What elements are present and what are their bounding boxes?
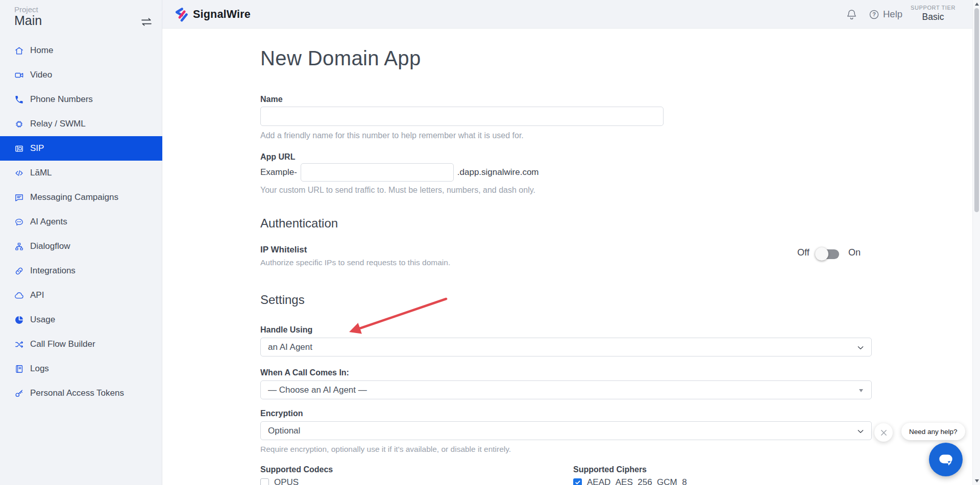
sidebar-nav: HomeVideoPhone NumbersRelay / SWMLSIPLāM… [0, 38, 162, 405]
chevron-down-icon [856, 427, 865, 436]
ip-whitelist-label: IP Whitelist [260, 245, 307, 255]
encryption-helper-text: Require encryption, optionally use it if… [260, 445, 511, 454]
svg-text:?: ? [872, 11, 876, 17]
signalwire-logo-icon [174, 7, 188, 22]
collapse-sidebar-icon[interactable] [140, 15, 153, 29]
app-url-row: Example- .dapp.signalwire.com [260, 163, 539, 182]
chip-icon [14, 119, 24, 129]
brand-name: SignalWire [193, 8, 251, 21]
handle-using-label: Handle Using [260, 325, 312, 335]
sidebar-item-label: Messaging Campaigns [30, 192, 118, 202]
chevron-down-icon [856, 344, 865, 352]
chat-dismiss-button[interactable] [874, 423, 893, 442]
sidebar-item-integrations[interactable]: Integrations [0, 259, 162, 283]
app-url-prefix: Example- [260, 167, 297, 177]
cipher-aead-checkbox[interactable] [573, 478, 582, 485]
sidebar-item-home[interactable]: Home [0, 38, 162, 63]
key-icon [14, 389, 24, 398]
sidebar-item-api[interactable]: API [0, 283, 162, 308]
shuffle-icon [14, 340, 24, 349]
sidebar-item-personal-access-tokens[interactable]: Personal Access Tokens [0, 381, 162, 405]
scroll-down-arrow-icon[interactable] [975, 479, 979, 482]
name-label: Name [260, 95, 283, 104]
notifications-bell-icon[interactable] [845, 8, 858, 21]
sidebar-item-logs[interactable]: Logs [0, 356, 162, 381]
encryption-select-value: Optional [268, 426, 300, 436]
ip-whitelist-toggle[interactable] [816, 249, 839, 259]
link-icon [14, 266, 24, 276]
sidebar: Project Main HomeVideoPhone NumbersRelay… [0, 0, 162, 485]
support-tier-label: SUPPORT TIER [908, 5, 959, 11]
chat-bubble-icon [937, 451, 954, 468]
sidebar-item-phone-numbers[interactable]: Phone Numbers [0, 87, 162, 112]
encryption-select[interactable]: Optional [260, 421, 872, 440]
sidebar-item-label: Integrations [30, 266, 76, 276]
phone-icon [14, 95, 24, 105]
chat-dots-icon [14, 217, 24, 227]
handle-using-select[interactable]: an AI Agent [260, 338, 872, 356]
toggle-knob [815, 247, 828, 261]
sidebar-item-sip[interactable]: SIP [0, 136, 162, 161]
sidebar-item-relay-swml[interactable]: Relay / SWML [0, 112, 162, 136]
sidebar-item-label: AI Agents [30, 217, 67, 227]
sidebar-item-label: SIP [30, 143, 44, 154]
chat-launcher-button[interactable] [929, 443, 963, 476]
sidebar-item-label: Usage [30, 315, 55, 325]
codec-opus-checkbox[interactable] [260, 478, 269, 485]
project-switcher[interactable]: Main [14, 13, 42, 28]
app-url-label: App URL [260, 152, 295, 162]
sidebar-item-label: Logs [30, 364, 49, 374]
scrollbar-thumb[interactable] [974, 8, 979, 212]
sidebar-item-usage[interactable]: Usage [0, 308, 162, 332]
call-comes-in-label: When A Call Comes In: [260, 368, 349, 377]
scroll-up-arrow-icon[interactable] [975, 3, 979, 6]
cipher-aead-row: AEAD_AES_256_GCM_8 [573, 477, 687, 485]
close-icon [880, 429, 888, 437]
sidebar-item-label: Call Flow Builder [30, 339, 95, 349]
cipher-aead-label: AEAD_AES_256_GCM_8 [587, 477, 687, 485]
top-header: SignalWire ? Help SUPPORT TIER Basic [162, 0, 980, 29]
sidebar-item-ai-agents[interactable]: AI Agents [0, 210, 162, 234]
dropdown-arrow-icon [859, 389, 863, 392]
sip-phone-icon [14, 144, 24, 154]
red-annotation-arrow [341, 290, 458, 341]
page-title: New Domain App [260, 47, 421, 70]
ai-agent-select-value: — Choose an AI Agent — [268, 385, 367, 395]
signalwire-dashboard: Project Main HomeVideoPhone NumbersRelay… [0, 0, 980, 485]
sidebar-item-label: Phone Numbers [30, 94, 93, 105]
sidebar-item-label: Dialogflow [30, 241, 70, 251]
toggle-on-label: On [848, 247, 861, 258]
sidebar-item-dialogflow[interactable]: Dialogflow [0, 234, 162, 259]
ai-agent-select[interactable]: — Choose an AI Agent — [260, 380, 872, 399]
chat-prompt-bubble[interactable]: Need any help? [901, 423, 965, 440]
sidebar-item-video[interactable]: Video [0, 63, 162, 87]
codec-opus-label: OPUS [274, 477, 299, 485]
signalwire-logo[interactable]: SignalWire [174, 0, 251, 29]
handle-using-value: an AI Agent [268, 342, 312, 352]
ip-whitelist-helper-text: Authorize specific IPs to send requests … [260, 258, 450, 267]
pie-chart-icon [14, 315, 24, 325]
app-url-helper-text: Your custom URL to send traffic to. Must… [260, 186, 535, 195]
sidebar-item-label: LāML [30, 168, 52, 178]
sidebar-item-label: API [30, 290, 44, 300]
message-bubble-icon [14, 193, 24, 202]
app-url-input[interactable] [301, 163, 454, 182]
name-helper-text: Add a friendly name for this number to h… [260, 131, 524, 140]
sidebar-item-messaging-campaigns[interactable]: Messaging Campaigns [0, 185, 162, 210]
support-tier: SUPPORT TIER Basic [908, 5, 959, 22]
settings-heading: Settings [260, 293, 305, 307]
main-content: New Domain App Name Add a friendly name … [162, 29, 973, 485]
help-button[interactable]: ? Help [869, 0, 902, 29]
sidebar-item-call-flow-builder[interactable]: Call Flow Builder [0, 332, 162, 356]
supported-codecs-label: Supported Codecs [260, 465, 333, 474]
support-tier-value: Basic [908, 12, 959, 22]
code-icon [14, 168, 24, 178]
encryption-label: Encryption [260, 409, 303, 418]
question-circle-icon: ? [869, 9, 879, 20]
sidebar-item-laml[interactable]: LāML [0, 161, 162, 185]
project-label: Project [14, 5, 38, 14]
vertical-scrollbar[interactable] [972, 0, 980, 485]
name-input[interactable] [260, 107, 664, 126]
supported-ciphers-label: Supported Ciphers [573, 465, 647, 474]
cloud-icon [14, 291, 24, 300]
